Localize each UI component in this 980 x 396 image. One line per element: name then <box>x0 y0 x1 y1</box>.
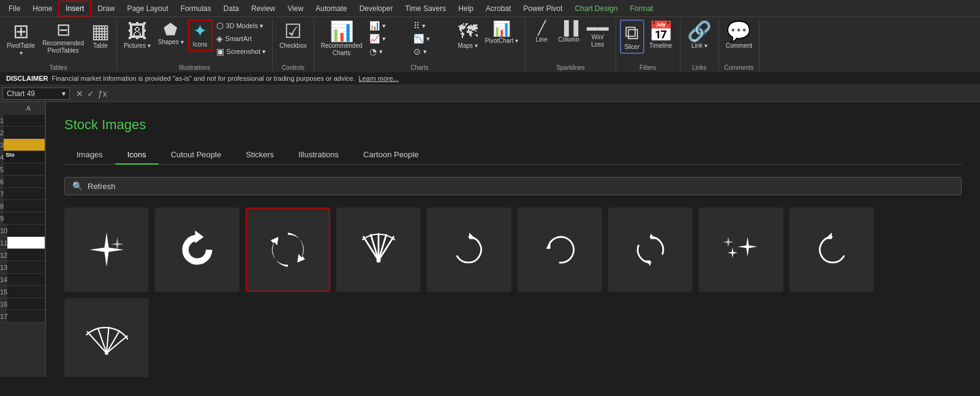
cell-a5[interactable] <box>4 163 45 176</box>
cell-reference-box[interactable]: Chart 49 ▾ <box>2 88 70 100</box>
maps-button[interactable]: 🗺 Maps ▾ <box>455 20 481 51</box>
icon-tile-refresh-arrows[interactable] <box>246 207 330 292</box>
table-button[interactable]: ▦ Table <box>88 20 113 51</box>
menu-insert[interactable]: Insert <box>58 1 91 17</box>
cell-a10[interactable] <box>7 225 45 237</box>
menu-format[interactable]: Format <box>624 2 659 15</box>
column-sparkline-button[interactable]: ▐▐ Column <box>555 20 582 45</box>
line-sparkline-button[interactable]: ╱ Line <box>529 20 554 45</box>
icons-button[interactable]: ✦ Icons <box>188 20 213 51</box>
menu-home[interactable]: Home <box>26 2 58 15</box>
menu-acrobat[interactable]: Acrobat <box>480 2 517 15</box>
link-icon: 🔗 <box>687 21 712 41</box>
link-button[interactable]: 🔗 Link ▾ <box>684 20 715 51</box>
confirm-formula-icon[interactable]: ✓ <box>87 89 94 99</box>
cell-a3[interactable] <box>4 139 45 151</box>
tab-cutout-people[interactable]: Cutout People <box>159 145 233 164</box>
cell-a4[interactable]: Sto <box>4 151 45 163</box>
menu-developer[interactable]: Developer <box>353 2 399 15</box>
icon-tile-sparkle[interactable] <box>64 207 149 292</box>
menu-data[interactable]: Data <box>217 2 245 15</box>
icon-tile-undo[interactable] <box>518 207 602 292</box>
menu-formulas[interactable]: Formulas <box>175 2 217 15</box>
formula-input[interactable] <box>113 89 978 98</box>
checkbox-label: Checkbox <box>279 42 306 50</box>
timeline-button[interactable]: 📅 Timeline <box>646 20 676 51</box>
svg-line-4 <box>379 235 386 261</box>
cell-a2[interactable] <box>4 127 45 139</box>
recommended-charts-button[interactable]: 📊 RecommendedCharts <box>318 20 366 59</box>
scatter-chart-button[interactable]: ⠿▾ <box>411 20 454 32</box>
filters-group-label: Filters <box>620 63 676 71</box>
cell-a15[interactable] <box>7 286 45 298</box>
svg-line-2 <box>371 235 379 261</box>
cell-a1[interactable] <box>4 114 45 127</box>
other-chart-button[interactable]: ⊙▾ <box>411 45 454 58</box>
cell-a11[interactable] <box>7 237 45 249</box>
cell-a6[interactable] <box>4 176 45 188</box>
svg-point-17 <box>105 351 108 355</box>
menu-time-savers[interactable]: Time Savers <box>399 2 452 15</box>
cell-a13[interactable] <box>7 261 45 274</box>
insert-function-icon[interactable]: ƒx <box>98 89 107 99</box>
ribbon-group-controls: ☑ Checkbox Controls <box>273 20 314 71</box>
cell-a17[interactable] <box>7 310 45 323</box>
recommended-pivot-icon: ⊟ <box>56 21 70 39</box>
menu-help[interactable]: Help <box>452 2 480 15</box>
cell-a12[interactable] <box>7 249 45 261</box>
cell-a9[interactable] <box>4 212 45 225</box>
pivot-table-button[interactable]: ⊞ PivotTable▾ <box>4 20 38 59</box>
icon-tile-refresh-bold[interactable] <box>155 207 239 292</box>
bar-chart-button[interactable]: 📊▾ <box>367 20 410 32</box>
row-4: 4 Sto <box>0 151 45 163</box>
tab-icons[interactable]: Icons <box>115 145 159 164</box>
cell-a8[interactable] <box>4 200 45 212</box>
icon-tile-fan-open[interactable] <box>64 298 149 377</box>
search-bar: 🔍 <box>64 177 962 195</box>
menu-review[interactable]: Review <box>245 2 281 15</box>
search-input[interactable] <box>88 182 954 191</box>
menu-automate[interactable]: Automate <box>309 2 353 15</box>
pie-chart-button[interactable]: ◔▾ <box>367 45 410 58</box>
checkbox-button[interactable]: ☑ Checkbox <box>276 20 309 51</box>
cell-a7[interactable] <box>4 188 45 200</box>
screenshot-button[interactable]: ▣ Screenshot ▾ <box>214 45 269 58</box>
cell-a14[interactable] <box>7 274 45 286</box>
menu-view[interactable]: View <box>282 2 310 15</box>
menu-chart-design[interactable]: Chart Design <box>568 2 624 15</box>
smartart-button[interactable]: ◈ SmartArt <box>214 32 269 45</box>
3d-models-label: 3D Models ▾ <box>226 22 264 30</box>
tab-stickers[interactable]: Stickers <box>233 145 286 164</box>
recommended-pivot-button[interactable]: ⊟ RecommendedPivotTables <box>39 20 87 56</box>
icon-tile-rotate-left[interactable] <box>790 207 874 292</box>
tab-cartoon-people[interactable]: Cartoon People <box>351 145 431 164</box>
icon-tile-fan[interactable] <box>336 207 421 292</box>
cell-ref-dropdown-icon[interactable]: ▾ <box>62 89 66 98</box>
menu-page-layout[interactable]: Page Layout <box>121 2 174 15</box>
line-chart-button[interactable]: 📈▾ <box>367 32 410 45</box>
3d-models-button[interactable]: ⬡ 3D Models ▾ <box>214 20 269 32</box>
cancel-formula-icon[interactable]: ✕ <box>76 89 83 99</box>
tab-images[interactable]: Images <box>64 145 115 164</box>
area-chart-button[interactable]: 📉▾ <box>411 32 454 45</box>
cell-a16[interactable] <box>7 298 45 310</box>
row-5: 5 <box>0 163 45 176</box>
menu-file[interactable]: File <box>2 2 26 15</box>
pivot-chart-button[interactable]: 📊 PivotChart ▾ <box>482 20 521 47</box>
disclaimer-link[interactable]: Learn more... <box>359 75 399 82</box>
win-loss-button[interactable]: ▬▬ Win/Loss <box>584 20 612 50</box>
comment-button[interactable]: 💬 Comment <box>723 20 755 51</box>
shapes-button[interactable]: ⬟ Shapes ▾ <box>155 20 187 48</box>
charts-group-label: Charts <box>318 63 522 71</box>
icon-tile-sparkle-sm[interactable] <box>699 207 783 292</box>
menu-draw[interactable]: Draw <box>91 2 121 15</box>
menu-power-pivot[interactable]: Power Pivot <box>517 2 568 15</box>
column-sparkline-label: Column <box>558 36 579 43</box>
smartart-icon: ◈ <box>216 34 223 43</box>
tab-illustrations[interactable]: Illustrations <box>286 145 351 164</box>
pictures-button[interactable]: 🖼 Pictures ▾ <box>121 20 154 51</box>
icon-tile-refresh-circle[interactable] <box>608 207 693 292</box>
icon-tile-rotate-right[interactable] <box>427 207 511 292</box>
slicer-button[interactable]: ⧉ Slicer <box>620 20 644 54</box>
pivot-table-label: PivotTable▾ <box>7 42 35 57</box>
